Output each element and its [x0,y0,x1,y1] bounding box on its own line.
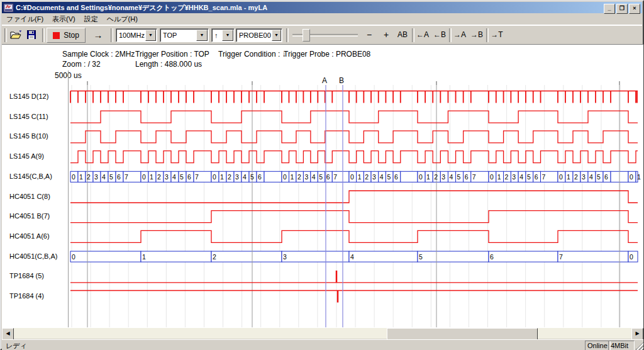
menu-file[interactable]: ファイル(F) [2,13,48,25]
channel-label-6: HC4051 B(7) [9,212,50,220]
resize-grip[interactable] [635,342,643,350]
toolbar-separator [111,28,113,42]
channel-label-3: LS145 A(9) [9,152,44,160]
title-bar[interactable]: C:¥Documents and Settings¥noname¥デスクトップ¥… [2,2,642,13]
scroll-left-button[interactable]: ◀ [2,328,14,340]
app-window: C:¥Documents and Settings¥noname¥デスクトップ¥… [0,0,644,350]
channel-label-4: LS145(C,B,A) [9,172,52,180]
chevron-down-icon[interactable]: ▼ [145,30,156,41]
app-icon [3,3,14,13]
chevron-down-icon[interactable]: ▼ [222,30,233,41]
toolbar-separator [42,28,45,42]
sample-clock-combo[interactable]: 100MHz ▼ [116,28,157,42]
trigger-position-info: Trigger Position : TOP [135,50,209,59]
open-folder-icon [10,30,21,39]
close-button[interactable]: × [629,4,640,14]
sample-clock-value: 100MHz [116,31,145,39]
channel-label-9: TP1684 (5) [9,272,44,279]
scroll-right-icon: ▶ [635,330,639,336]
toolbar: Stop → 100MHz ▼ TOP ▼ ↑ ▼ PROBE00 ▼ − + … [2,25,642,45]
menu-view[interactable]: 表示(V) [48,13,80,25]
status-memory-badge: 4MBit [608,341,635,350]
ab-label: AB [397,30,408,39]
channel-label-10: TP1684 (4) [9,292,44,300]
toolbar-separator [286,28,289,42]
trigger-probe-info: Trigger Probe : PROBE08 [284,50,370,59]
trigger-position-value: TOP [160,31,196,39]
right-t-icon: →T [491,30,502,39]
goto-a-right-button[interactable]: →A [452,28,468,42]
goto-a-left-button[interactable]: ←A [414,28,431,42]
minus-icon: − [367,30,372,40]
stop-icon [53,32,60,39]
sample-clock-info: Sample Clock : 2MHz [62,50,135,59]
status-bar: レディ Online 4MBit [2,339,643,350]
zoom-slider-thumb[interactable] [303,29,310,42]
right-b-icon: →B [470,30,483,39]
zoom-in-button[interactable]: + [379,28,394,42]
stop-label: Stop [64,31,79,40]
minimize-button[interactable]: _ [604,4,615,14]
scroll-right-button[interactable]: ▶ [631,328,643,340]
trigger-position-combo[interactable]: TOP ▼ [160,28,209,42]
stop-button[interactable]: Stop [47,28,86,43]
cursor-a-label[interactable]: A [322,76,327,85]
menu-help[interactable]: ヘルプ(H) [103,13,142,25]
length-info: Length : 488.000 us [135,60,202,69]
trigger-probe-combo[interactable]: PROBE00 ▼ [236,28,282,42]
left-b-icon: ←B [433,30,446,39]
toolbar-gripper [4,28,7,42]
menu-bar: ファイル(F) 表示(V) 設定 ヘルプ(H) [2,13,642,26]
zoom-out-button[interactable]: − [362,28,377,42]
status-ready: レディ [6,341,27,350]
channel-label-8: HC4051(C,B,A) [9,252,57,260]
trigger-probe-value: PROBE00 [236,31,271,39]
menu-settings[interactable]: 設定 [80,13,103,25]
channel-label-2: LS145 B(10) [9,132,48,140]
status-online-badge: Online [585,341,611,350]
open-file-button[interactable] [8,28,23,42]
run-arrow-icon: → [94,30,103,40]
save-floppy-icon [27,30,36,39]
scroll-left-icon: ◀ [6,330,9,336]
goto-b-right-button[interactable]: →B [469,28,485,42]
waveform-client-area [2,44,643,329]
channel-label-5: HC4051 C(8) [9,193,50,200]
horizontal-scrollbar[interactable]: ◀ ▶ [2,328,643,339]
trigger-condition-info: Trigger Condition : ↓ [218,50,286,59]
label-pane-divider[interactable] [68,71,69,327]
channel-label-7: HC4051 A(6) [9,232,50,240]
chevron-down-icon[interactable]: ▼ [272,30,281,41]
cursor-b-label[interactable]: B [339,76,344,85]
save-button[interactable] [24,28,39,42]
run-button[interactable]: → [89,28,108,42]
channel-label-0: LS145 D(12) [9,93,48,100]
trigger-edge-combo[interactable]: ↑ ▼ [211,28,235,42]
zoom-info: Zoom : / 32 [62,60,101,69]
plus-icon: + [384,30,389,40]
maximize-button[interactable]: ❐ [616,4,628,14]
left-a-icon: ←A [416,30,429,39]
trigger-edge-value: ↑ [212,31,221,39]
scrollbar-thumb[interactable] [387,328,538,340]
channel-label-1: LS145 C(11) [9,113,48,120]
goto-b-left-button[interactable]: ←B [431,28,448,42]
zoom-ab-button[interactable]: AB [394,28,411,42]
chevron-down-icon[interactable]: ▼ [196,30,208,41]
window-title: C:¥Documents and Settings¥noname¥デスクトップ¥… [16,3,267,13]
goto-trigger-button[interactable]: →T [489,28,505,42]
right-a-icon: →A [453,30,466,39]
